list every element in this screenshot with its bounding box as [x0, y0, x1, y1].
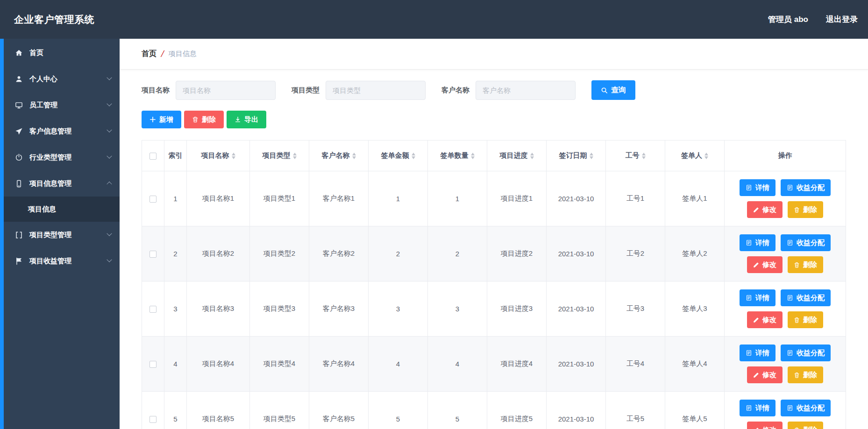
column-header[interactable]: 项目类型 [250, 141, 309, 171]
column-header: 索引 [164, 141, 187, 171]
income-allocation-button[interactable]: 收益分配 [781, 289, 831, 306]
cell-name: 项目名称2 [187, 226, 250, 281]
cell-customer: 客户名称4 [309, 337, 369, 392]
cell-name: 项目名称5 [187, 392, 250, 429]
detail-button-label: 详情 [755, 294, 769, 302]
row-delete-button[interactable]: 删除 [788, 422, 823, 429]
export-button[interactable]: 导出 [227, 111, 266, 128]
document-icon [787, 405, 793, 411]
sort-icon[interactable] [471, 153, 475, 159]
cell-amount: 5 [369, 392, 428, 429]
column-header-label: 项目名称 [201, 151, 229, 160]
row-delete-button-label: 删除 [803, 371, 817, 380]
edit-button[interactable]: 修改 [747, 422, 783, 429]
project-name-input[interactable] [176, 81, 276, 100]
sort-icon[interactable] [530, 153, 534, 159]
sidebar-subitem-5[interactable]: 项目信息 [4, 197, 120, 222]
row-checkbox[interactable] [149, 196, 157, 203]
row-delete-button[interactable]: 删除 [788, 256, 823, 273]
select-all-checkbox[interactable] [149, 153, 157, 160]
cell-amount: 1 [369, 171, 428, 226]
detail-button[interactable]: 详情 [740, 234, 776, 251]
project-type-input[interactable] [326, 81, 426, 100]
sort-icon[interactable] [232, 153, 235, 159]
breadcrumb: 首页 / 项目信息 [120, 39, 868, 70]
add-button[interactable]: 新增 [142, 111, 181, 128]
sidebar-item-0[interactable]: 首页 [4, 40, 120, 66]
pencil-icon [753, 372, 759, 378]
sidebar-menu: 首页个人中心员工管理客户信息管理行业类型管理项目信息管理项目信息项目类型管理项目… [4, 39, 120, 274]
select-all-header [142, 141, 164, 171]
sort-icon[interactable] [293, 153, 297, 159]
logout-link[interactable]: 退出登录 [826, 14, 858, 25]
trash-icon [794, 207, 800, 213]
column-header[interactable]: 客户名称 [309, 141, 369, 171]
customer-name-input[interactable] [476, 81, 576, 100]
row-checkbox[interactable] [149, 306, 157, 313]
delete-button-label: 删除 [202, 115, 216, 124]
current-user[interactable]: 管理员 abo [768, 14, 808, 25]
income-allocation-button[interactable]: 收益分配 [781, 234, 831, 251]
income-allocation-button[interactable]: 收益分配 [781, 400, 831, 416]
row-delete-button[interactable]: 删除 [788, 311, 823, 328]
edit-button[interactable]: 修改 [747, 366, 783, 383]
sidebar-item-7[interactable]: 项目收益管理 [4, 248, 120, 274]
column-header[interactable]: 签订日期 [547, 141, 606, 171]
user-icon [14, 74, 23, 84]
sidebar-item-5[interactable]: 项目信息管理 [4, 170, 120, 197]
mobile-icon [14, 179, 23, 188]
column-header-label: 签单数量 [441, 151, 469, 160]
cell-customer: 客户名称3 [309, 281, 369, 337]
sort-icon[interactable] [642, 153, 646, 159]
column-header[interactable]: 项目进度 [487, 141, 547, 171]
column-header[interactable]: 签单数量 [428, 141, 487, 171]
table-header-row: 索引项目名称项目类型客户名称签单金额签单数量项目进度签订日期工号签单人操作 [142, 141, 846, 171]
search-button[interactable]: 查询 [591, 80, 635, 100]
row-checkbox[interactable] [149, 361, 157, 368]
document-icon [746, 184, 752, 191]
detail-button[interactable]: 详情 [740, 345, 776, 361]
sidebar: 首页个人中心员工管理客户信息管理行业类型管理项目信息管理项目信息项目类型管理项目… [0, 39, 120, 429]
column-header-label: 操作 [778, 151, 792, 160]
cell-index: 3 [164, 281, 187, 337]
toolbar: 新增 删除 导出 [142, 111, 846, 128]
app-header: 企业客户管理系统 管理员 abo 退出登录 [0, 0, 868, 39]
send-icon [14, 127, 23, 136]
detail-button-label: 详情 [755, 349, 769, 358]
detail-button-label: 详情 [755, 239, 769, 247]
row-delete-button[interactable]: 删除 [788, 366, 823, 383]
sidebar-item-6[interactable]: 项目类型管理 [4, 222, 120, 248]
column-header[interactable]: 签单金额 [369, 141, 428, 171]
delete-button[interactable]: 删除 [184, 111, 224, 128]
edit-button[interactable]: 修改 [747, 256, 783, 273]
trash-icon [192, 116, 199, 123]
sidebar-item-4[interactable]: 行业类型管理 [4, 144, 120, 170]
detail-button[interactable]: 详情 [740, 400, 776, 416]
sidebar-item-3[interactable]: 客户信息管理 [4, 118, 120, 144]
breadcrumb-home[interactable]: 首页 [142, 49, 157, 59]
cell-customer: 客户名称2 [309, 226, 369, 281]
cell-signer: 签单人3 [665, 281, 725, 337]
edit-button[interactable]: 修改 [747, 311, 783, 328]
row-checkbox[interactable] [149, 416, 157, 423]
column-header[interactable]: 工号 [606, 141, 665, 171]
sort-icon[interactable] [352, 153, 356, 159]
sort-icon[interactable] [704, 153, 708, 159]
column-header[interactable]: 项目名称 [187, 141, 250, 171]
sort-icon[interactable] [590, 153, 593, 159]
sort-icon[interactable] [412, 153, 415, 159]
row-delete-button-label: 删除 [803, 316, 817, 324]
detail-button[interactable]: 详情 [740, 289, 776, 306]
row-checkbox[interactable] [149, 251, 157, 258]
income-allocation-button-label: 收益分配 [797, 294, 825, 302]
edit-button[interactable]: 修改 [747, 201, 783, 218]
income-allocation-button[interactable]: 收益分配 [781, 179, 831, 196]
column-header[interactable]: 签单人 [665, 141, 725, 171]
cell-customer: 客户名称5 [309, 392, 369, 429]
detail-button[interactable]: 详情 [740, 179, 776, 196]
sidebar-item-2[interactable]: 员工管理 [4, 92, 120, 118]
cell-date: 2021-03-10 [547, 281, 606, 337]
row-delete-button[interactable]: 删除 [788, 201, 823, 218]
income-allocation-button[interactable]: 收益分配 [781, 345, 831, 361]
sidebar-item-1[interactable]: 个人中心 [4, 66, 120, 92]
